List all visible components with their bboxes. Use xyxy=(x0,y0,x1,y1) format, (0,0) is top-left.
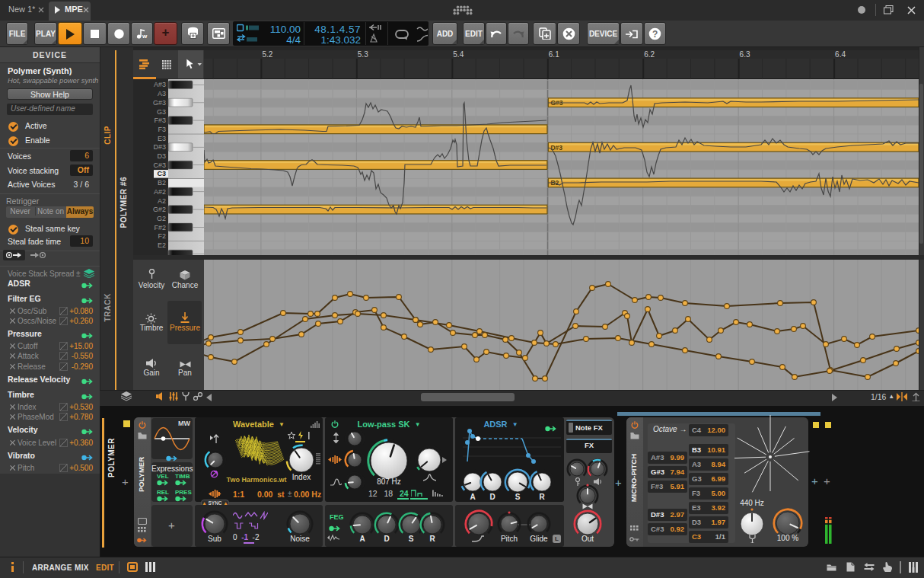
svg-text:F3: F3 xyxy=(158,126,166,133)
svg-text:F2: F2 xyxy=(158,232,166,240)
svg-text:G2: G2 xyxy=(157,215,166,222)
svg-text:G3: G3 xyxy=(157,108,166,116)
svg-text:A#3: A#3 xyxy=(154,81,166,88)
svg-text:F#2: F#2 xyxy=(154,224,166,232)
svg-text:A3: A3 xyxy=(158,90,166,97)
svg-text:C3: C3 xyxy=(157,170,166,177)
svg-text:G#3: G#3 xyxy=(153,99,166,107)
svg-text:E3: E3 xyxy=(158,135,166,142)
svg-text:A2: A2 xyxy=(158,197,166,205)
svg-text:w: w xyxy=(142,33,148,40)
svg-text:G#2: G#2 xyxy=(153,206,166,213)
svg-text:D3: D3 xyxy=(157,152,166,160)
svg-text:A#2: A#2 xyxy=(154,188,166,196)
svg-text:E2: E2 xyxy=(158,241,166,249)
svg-text:B2: B2 xyxy=(158,179,166,187)
svg-text:?: ? xyxy=(652,29,658,40)
svg-text:C#3: C#3 xyxy=(153,161,166,169)
svg-text:D#3: D#3 xyxy=(153,143,166,151)
svg-text:F#3: F#3 xyxy=(154,117,166,124)
